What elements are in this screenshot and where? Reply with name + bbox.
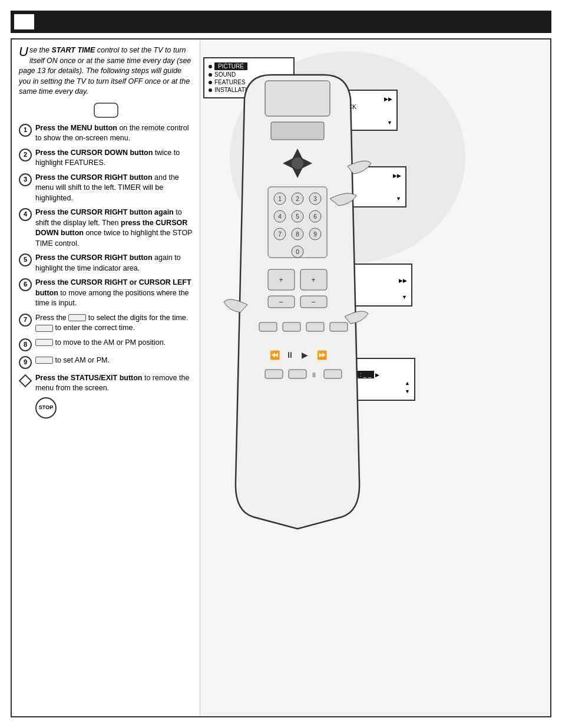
step-num-9: 9 — [19, 356, 32, 369]
svg-text:6: 6 — [313, 213, 317, 220]
step-num-3: 3 — [19, 173, 32, 186]
main-content: U se the START TIME control to set the T… — [11, 38, 551, 717]
cursor-right-icon — [35, 325, 53, 332]
remote-control-image: 1 2 3 4 5 6 7 8 9 0 + + – — [206, 69, 389, 552]
svg-text:1: 1 — [278, 196, 282, 202]
svg-text:8: 8 — [296, 231, 299, 238]
svg-rect-0 — [94, 103, 118, 117]
svg-text:+: + — [311, 276, 315, 284]
svg-rect-49 — [324, 370, 342, 378]
step-9: 9 to set AM or PM. — [19, 355, 193, 369]
step-text-5: Press the CURSOR RIGHT button again to h… — [35, 253, 193, 274]
step-text-2: Press the CURSOR DOWN button twice to hi… — [35, 148, 193, 169]
step-text-4: Press the CURSOR RIGHT button again to s… — [35, 207, 193, 249]
svg-text:⏪: ⏪ — [270, 350, 280, 360]
step-1: 1 Press the MENU button on the remote co… — [19, 123, 193, 144]
step-2: 2 Press the CURSOR DOWN button twice to … — [19, 148, 193, 169]
step-text-6: Press the CURSOR RIGHT or CURSOR LEFT bu… — [35, 278, 193, 309]
svg-rect-40 — [306, 322, 324, 331]
cursor-updown-btn-icon — [35, 357, 53, 364]
svg-rect-39 — [283, 322, 300, 331]
svg-text:⏩: ⏩ — [317, 350, 328, 360]
right-panel: PICTURE SOUND FEATURES INSTALLATION TIME… — [200, 39, 550, 716]
svg-text:3: 3 — [313, 196, 317, 202]
step-num-2: 2 — [19, 149, 32, 162]
svg-rect-2 — [265, 81, 330, 116]
intro-text: U se the START TIME control to set the T… — [19, 45, 193, 97]
step-text-1: Press the MENU button on the remote cont… — [35, 123, 193, 144]
remote-sketch-small — [88, 102, 124, 118]
step-text-diamond: Press the STATUS/EXIT button to remove t… — [35, 373, 193, 419]
step-text-8: to move to the AM or PM position. — [35, 338, 193, 348]
svg-rect-38 — [259, 322, 277, 331]
svg-rect-46 — [265, 370, 283, 378]
svg-text:▶: ▶ — [302, 350, 308, 360]
svg-text:4: 4 — [278, 213, 282, 220]
step-4: 4 Press the CURSOR RIGHT button again to… — [19, 207, 193, 249]
svg-text:⏸: ⏸ — [286, 350, 294, 360]
cursor-up-down-icon — [68, 314, 86, 321]
step-num-4: 4 — [19, 208, 32, 221]
step-num-5: 5 — [19, 253, 32, 266]
step-num-6: 6 — [19, 278, 32, 291]
svg-rect-41 — [330, 322, 348, 331]
stop-label: STOP — [39, 404, 53, 411]
svg-text:+: + — [279, 276, 283, 284]
svg-text:0: 0 — [296, 249, 299, 255]
step-7: 7 Press the to select the digits for the… — [19, 313, 193, 334]
step-num-7: 7 — [19, 314, 32, 327]
step-5: 5 Press the CURSOR RIGHT button again to… — [19, 253, 193, 274]
diamond-icon — [19, 374, 32, 387]
svg-text:2: 2 — [296, 196, 299, 202]
cursor-right-btn-icon — [35, 339, 53, 346]
svg-text:7: 7 — [278, 231, 282, 238]
step-3: 3 Press the CURSOR RIGHT button and the … — [19, 173, 193, 204]
step-diamond: Press the STATUS/EXIT button to remove t… — [19, 373, 193, 419]
svg-rect-47 — [289, 370, 306, 378]
header-bar — [11, 11, 551, 33]
step-text-9: to set AM or PM. — [35, 355, 193, 366]
svg-rect-3 — [271, 122, 324, 140]
svg-text:–: – — [312, 298, 316, 306]
step-num-8: 8 — [19, 338, 32, 351]
drop-cap: U — [19, 45, 28, 58]
svg-text:9: 9 — [313, 231, 317, 238]
step-num-1: 1 — [19, 124, 32, 137]
intro-body: se the START TIME control to set the TV … — [19, 46, 191, 95]
step-text-7: Press the to select the digits for the t… — [35, 313, 193, 334]
step-8: 8 to move to the AM or PM position. — [19, 338, 193, 351]
step-6: 6 Press the CURSOR RIGHT or CURSOR LEFT … — [19, 278, 193, 309]
header-box — [13, 13, 35, 31]
svg-text:II: II — [312, 372, 316, 378]
svg-text:5: 5 — [296, 213, 299, 220]
stop-badge: STOP — [35, 397, 57, 419]
svg-text:–: – — [279, 298, 283, 306]
step-text-3: Press the CURSOR RIGHT button and the me… — [35, 173, 193, 204]
svg-point-8 — [292, 157, 303, 169]
left-panel: U se the START TIME control to set the T… — [12, 39, 200, 716]
